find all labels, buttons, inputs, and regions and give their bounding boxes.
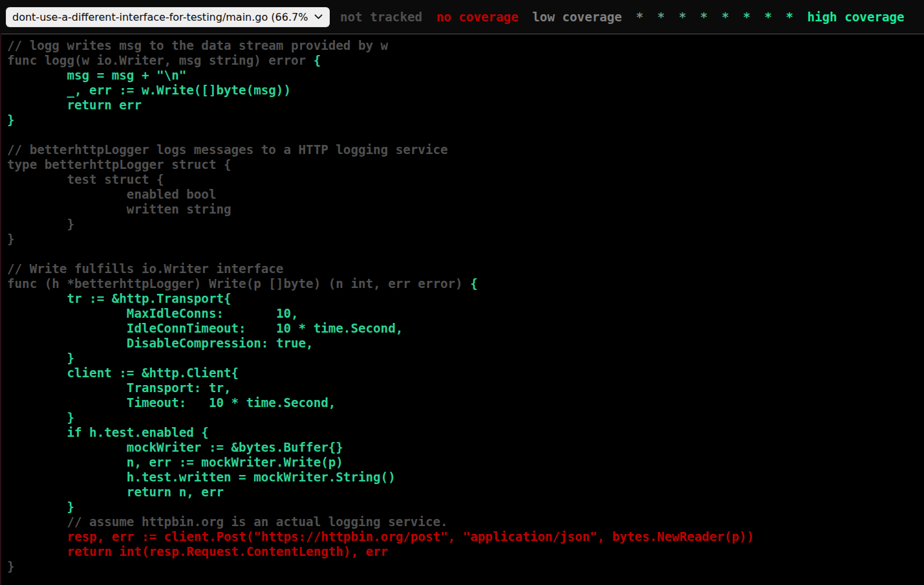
code-segment-untracked: // Write fulfills io.Writer interface bbox=[7, 261, 283, 276]
code-segment-covered: return n, err bbox=[7, 485, 224, 500]
code-segment-covered: client := &http.Client{ bbox=[7, 366, 239, 381]
legend-item-0: not tracked bbox=[340, 10, 422, 25]
code-segment-untracked: test struct { bbox=[7, 172, 164, 187]
code-segment-covered: msg = msg + "\n" bbox=[7, 68, 186, 83]
coverage-content: // logg writes msg to the data stream pr… bbox=[0, 34, 924, 574]
code-segment-covered: Transport: tr, bbox=[7, 381, 231, 395]
legend-item-5: * bbox=[679, 10, 687, 25]
code-segment-covered: _, err := w.Write([]byte(msg)) bbox=[7, 83, 291, 98]
coverage-legend: not tracked no coverage low coverage * *… bbox=[337, 10, 908, 25]
code-view: // logg writes msg to the data stream pr… bbox=[7, 38, 924, 574]
code-segment-untracked: // assume httpbin.org is an actual loggi… bbox=[7, 514, 448, 529]
code-segment-covered: MaxIdleConns: 10, bbox=[7, 306, 299, 321]
code-segment-untracked: // betterhttpLogger logs messages to a H… bbox=[7, 142, 448, 157]
code-segment-covered: { bbox=[314, 53, 321, 68]
file-selector-wrap: dont-use-a-different-interface-for-testi… bbox=[6, 7, 330, 27]
code-segment-untracked: // logg writes msg to the data stream pr… bbox=[7, 38, 388, 53]
code-segment-covered: DisableCompression: true, bbox=[7, 336, 314, 351]
code-segment-covered: } bbox=[7, 351, 74, 366]
code-segment-covered: h.test.written = mockWriter.String() bbox=[7, 470, 396, 485]
code-segment-untracked: func logg(w io.Writer, msg string) error bbox=[7, 53, 314, 68]
code-segment-untracked: func (h *betterhttpLogger) Write(p []byt… bbox=[7, 276, 470, 291]
legend-item-4: * bbox=[658, 10, 665, 25]
legend-item-6: * bbox=[700, 10, 708, 25]
code-segment-untracked: } bbox=[7, 559, 15, 574]
code-segment-untracked: } bbox=[7, 232, 15, 247]
code-segment-covered: n, err := mockWriter.Write(p) bbox=[7, 455, 343, 470]
legend-item-9: * bbox=[764, 10, 772, 25]
code-segment-covered: return err bbox=[7, 98, 142, 113]
legend-item-3: * bbox=[636, 10, 643, 25]
code-segment-untracked: enabled bool bbox=[7, 187, 216, 202]
topbar: dont-use-a-different-interface-for-testi… bbox=[0, 0, 924, 34]
code-segment-covered: } bbox=[7, 410, 74, 425]
code-segment-covered: { bbox=[470, 276, 478, 291]
code-segment-untracked: type betterhttpLogger struct { bbox=[7, 157, 231, 172]
file-selector[interactable]: dont-use-a-different-interface-for-testi… bbox=[6, 7, 330, 27]
code-segment-uncovered: return int(resp.Request.ContentLength), … bbox=[7, 544, 388, 559]
code-segment-covered: } bbox=[7, 113, 15, 127]
code-segment-untracked: written string bbox=[7, 202, 231, 217]
code-segment-covered: IdleConnTimeout: 10 * time.Second, bbox=[7, 321, 403, 336]
window-edge-strip bbox=[0, 34, 1, 585]
code-segment-uncovered: resp, err := client.Post("https://httpbi… bbox=[7, 529, 754, 544]
legend-item-10: * bbox=[786, 10, 793, 25]
code-segment-covered: mockWriter := &bytes.Buffer{} bbox=[7, 440, 343, 455]
code-segment-covered: tr := &http.Transport{ bbox=[7, 291, 231, 306]
legend-item-7: * bbox=[722, 10, 729, 25]
code-segment-untracked: } bbox=[7, 217, 74, 232]
code-segment-covered: if h.test.enabled { bbox=[7, 425, 209, 440]
code-segment-covered: Timeout: 10 * time.Second, bbox=[7, 395, 336, 410]
legend-item-2: low coverage bbox=[532, 10, 622, 25]
legend-item-8: * bbox=[743, 10, 751, 25]
code-segment-covered: } bbox=[7, 500, 74, 514]
legend-item-1: no coverage bbox=[436, 10, 519, 25]
legend-item-11: high coverage bbox=[807, 10, 904, 25]
